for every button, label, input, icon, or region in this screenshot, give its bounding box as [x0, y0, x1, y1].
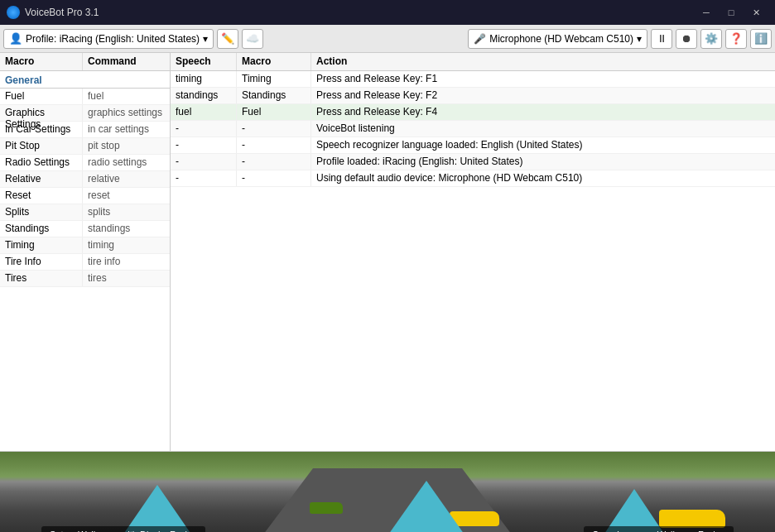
speech-macro-cell: Timing — [237, 71, 311, 87]
macro-row[interactable]: Splitssplits — [0, 204, 170, 221]
macro-cell: Tire Info — [0, 254, 83, 270]
speech-cell: - — [171, 154, 237, 170]
macro-cell: Tires — [0, 271, 83, 286]
column-headers: Macro Command Speech Macro Action — [0, 53, 775, 71]
section-label: General — [0, 71, 170, 89]
action-cell: Press and Release Key: F4 — [311, 104, 775, 120]
info-button[interactable]: ℹ️ — [750, 29, 772, 49]
macro-cell: Relative — [0, 171, 83, 187]
profile-label: Profile: iRacing (English: United States… — [26, 33, 200, 45]
speech-cell: timing — [171, 71, 237, 87]
speech-macro-cell: Standings — [237, 88, 311, 103]
macro-cell: Standings — [0, 221, 83, 237]
close-button[interactable]: ✕ — [744, 0, 768, 25]
speech-header: Speech — [171, 53, 237, 70]
macro-row[interactable]: Standingsstandings — [0, 221, 170, 237]
macro-row[interactable]: Tirestires — [0, 271, 170, 287]
speech-row[interactable]: timingTimingPress and Release Key: F1 — [171, 71, 775, 88]
command-cell: timing — [83, 237, 170, 253]
section-header-general: General — [0, 71, 170, 89]
open-wallpaper-button[interactable]: Open Image on WallpaperFusion — [584, 526, 734, 532]
speech-macro-cell: - — [237, 154, 311, 170]
profile-chevron-icon: ▾ — [203, 33, 208, 45]
speech-row[interactable]: --Profile loaded: iRacing (English: Unit… — [171, 154, 775, 170]
command-cell: in car settings — [83, 122, 170, 137]
speech-row[interactable]: --Using default audio device: Microphone… — [171, 170, 775, 187]
speech-rows: timingTimingPress and Release Key: F1sta… — [171, 71, 775, 187]
macro-cell: Timing — [0, 237, 83, 253]
speech-cell: fuel — [171, 104, 237, 120]
speech-row[interactable]: fuelFuelPress and Release Key: F4 — [171, 104, 775, 121]
profile-icon: 👤 — [9, 32, 22, 45]
macro-row[interactable]: Relativerelative — [0, 171, 170, 188]
macro-cell: Splits — [0, 204, 83, 220]
edit-profile-button[interactable]: ✏️ — [217, 29, 238, 49]
macro-row[interactable]: Resetreset — [0, 188, 170, 204]
command-cell: splits — [83, 204, 170, 220]
macro-row[interactable]: Timingtiming — [0, 237, 170, 254]
command-cell: reset — [83, 188, 170, 204]
macro-row[interactable]: Fuelfuel — [0, 89, 170, 105]
action-header: Action — [311, 53, 775, 70]
speech-row[interactable]: standingsStandingsPress and Release Key:… — [171, 88, 775, 104]
speech-macro-cell: - — [237, 170, 311, 186]
macro-row[interactable]: In Car Settingsin car settings — [0, 122, 170, 138]
track-background: Set as Wallpaper with DisplayFusion Open… — [0, 452, 775, 532]
window-controls: ─ □ ✕ — [694, 0, 768, 25]
speech-cell: - — [171, 137, 237, 153]
left-panel-headers: Macro Command — [0, 53, 171, 70]
pause-button[interactable]: ⏸ — [651, 29, 672, 49]
command-cell: tire info — [83, 254, 170, 270]
macro-row[interactable]: Pit Stoppit stop — [0, 138, 170, 155]
speech-cell: standings — [171, 88, 237, 103]
minimize-button[interactable]: ─ — [694, 0, 719, 25]
speech-macro-cell: - — [237, 121, 311, 137]
macro-cell: In Car Settings — [0, 122, 83, 137]
command-cell: radio settings — [83, 155, 170, 170]
settings-button[interactable]: ⚙️ — [700, 29, 722, 49]
car-green — [310, 502, 343, 514]
speech-cell: - — [171, 170, 237, 186]
profile-dropdown[interactable]: 👤 Profile: iRacing (English: United Stat… — [3, 29, 214, 49]
macro-row[interactable]: Tire Infotire info — [0, 254, 170, 271]
action-cell: VoiceBot listening — [311, 121, 775, 137]
macro-row[interactable]: Graphics Settingsgraphics settings — [0, 105, 170, 122]
triangle-left — [112, 485, 203, 532]
command-cell: pit stop — [83, 138, 170, 154]
action-cell: Speech recognizer language loaded: Engli… — [311, 137, 775, 153]
speech-row[interactable]: --Speech recognizer language loaded: Eng… — [171, 137, 775, 154]
macro-cell: Fuel — [0, 89, 83, 104]
help-button[interactable]: ❓ — [725, 29, 747, 49]
wallpaper-preview: Set as Wallpaper with DisplayFusion Open… — [0, 452, 775, 532]
macro-right-header: Macro — [237, 53, 311, 70]
app-title: VoiceBot Pro 3.1 — [25, 7, 689, 18]
mic-label: Microphone (HD Webcam C510) — [489, 33, 633, 45]
macro-rows: FuelfuelGraphics Settingsgraphics settin… — [0, 89, 170, 287]
speech-action-panel: timingTimingPress and Release Key: F1sta… — [171, 71, 775, 451]
macro-cell: Graphics Settings — [0, 105, 83, 121]
mic-chevron-icon: ▾ — [637, 33, 642, 45]
macro-cell: Reset — [0, 188, 83, 204]
command-cell: fuel — [83, 89, 170, 104]
maximize-button[interactable]: □ — [719, 0, 744, 25]
macro-cell: Pit Stop — [0, 138, 83, 154]
toolbar: 👤 Profile: iRacing (English: United Stat… — [0, 25, 775, 53]
main-content: General FuelfuelGraphics Settingsgraphic… — [0, 71, 775, 452]
title-bar: VoiceBot Pro 3.1 ─ □ ✕ — [0, 0, 775, 25]
record-button[interactable]: ⏺ — [676, 29, 697, 49]
app-icon — [7, 6, 20, 19]
microphone-dropdown[interactable]: 🎤 Microphone (HD Webcam C510) ▾ — [468, 29, 647, 49]
triangle-mid — [377, 481, 476, 532]
set-wallpaper-button[interactable]: Set as Wallpaper with DisplayFusion — [41, 526, 205, 532]
action-cell: Press and Release Key: F2 — [311, 88, 775, 103]
command-cell: graphics settings — [83, 105, 170, 121]
speech-row[interactable]: --VoiceBot listening — [171, 121, 775, 137]
macro-header: Macro — [0, 53, 83, 70]
mic-icon: 🎤 — [474, 33, 486, 45]
right-panel-headers: Speech Macro Action — [171, 53, 775, 70]
macro-list-panel: General FuelfuelGraphics Settingsgraphic… — [0, 71, 171, 451]
macro-row[interactable]: Radio Settingsradio settings — [0, 155, 170, 171]
cloud-button[interactable]: ☁️ — [242, 29, 263, 49]
command-cell: standings — [83, 221, 170, 237]
speech-cell: - — [171, 121, 237, 137]
